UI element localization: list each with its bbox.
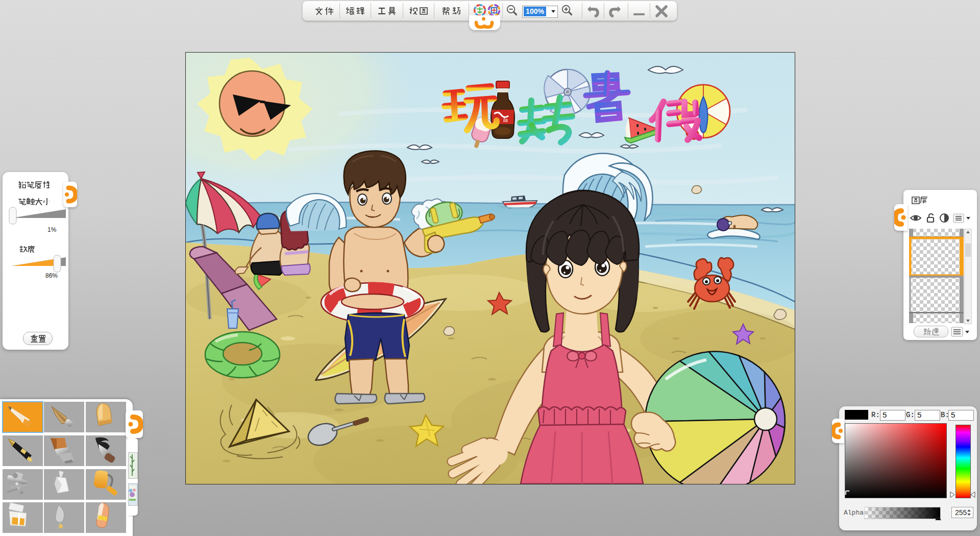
- svg-text:la: la: [503, 117, 508, 123]
